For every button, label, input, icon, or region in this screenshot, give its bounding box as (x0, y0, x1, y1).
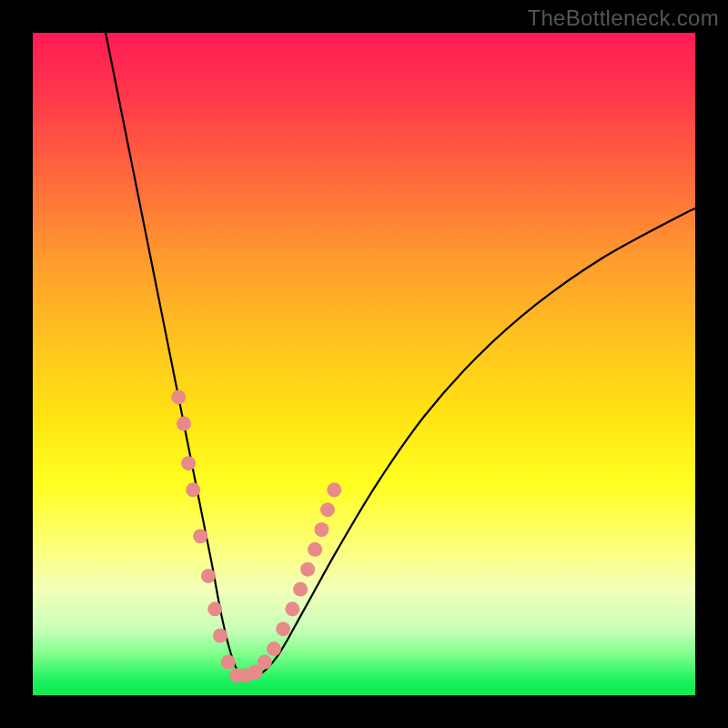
data-marker (276, 622, 290, 636)
data-marker (248, 665, 263, 680)
data-marker (285, 602, 299, 616)
data-marker (171, 389, 186, 404)
plot-area (33, 33, 695, 695)
data-marker (213, 628, 228, 642)
data-marker (186, 482, 200, 497)
data-markers (171, 389, 341, 682)
data-marker (314, 522, 329, 537)
chart-container: TheBottleneck.com (0, 0, 728, 728)
data-marker (221, 655, 236, 670)
data-marker (238, 668, 253, 682)
data-marker (258, 655, 272, 670)
data-marker (181, 456, 196, 470)
data-marker (300, 562, 315, 577)
data-marker (177, 417, 191, 431)
chart-svg (33, 33, 695, 695)
watermark-text: TheBottleneck.com (527, 5, 719, 31)
data-marker (267, 642, 281, 656)
data-marker (308, 542, 322, 557)
data-marker (327, 482, 341, 497)
data-marker (193, 529, 207, 543)
data-marker (229, 668, 244, 682)
data-marker (207, 602, 222, 616)
curve-line (106, 33, 695, 678)
data-marker (320, 502, 335, 517)
data-marker (201, 569, 216, 583)
data-marker (293, 582, 308, 597)
